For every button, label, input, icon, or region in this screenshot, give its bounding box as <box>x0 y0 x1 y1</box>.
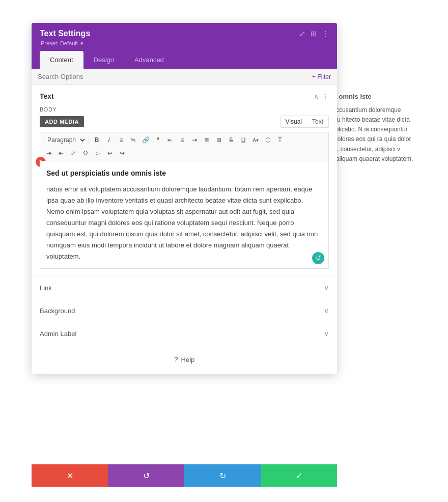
toolbar-italic[interactable]: I <box>103 134 115 146</box>
toolbar-row2: ⇥ ⇤ ⤢ Ω ☺ ↩ ↪ <box>43 148 325 159</box>
toolbar-special-chars[interactable]: Ω <box>80 148 91 159</box>
background-chevron-icon: ∨ <box>324 306 329 315</box>
bottom-bar: ✕ ↺ ↻ ✓ <box>32 464 337 487</box>
tab-advanced[interactable]: Advanced <box>124 51 174 69</box>
toolbar-ul[interactable]: ≡ <box>116 134 127 146</box>
background-section[interactable]: Background ∨ <box>32 299 337 322</box>
toolbar-strikethrough[interactable]: S̶ <box>226 134 237 146</box>
text-section-title: Text <box>40 92 54 100</box>
cancel-button[interactable]: ✕ <box>32 464 108 487</box>
preset-arrow: ▾ <box>80 40 83 46</box>
save-icon: ✓ <box>296 471 302 481</box>
filter-label: + Filter <box>312 73 331 80</box>
text-settings-panel: Text Settings ⤢ ⊞ ⋮ Preset: Default ▾ Co… <box>32 23 337 374</box>
search-input[interactable] <box>38 73 312 80</box>
toolbar-redo[interactable]: ↪ <box>117 148 128 159</box>
toggle-text-button[interactable]: Text <box>307 116 328 127</box>
toolbar-justify[interactable]: ≣ <box>201 134 212 146</box>
panel-preset[interactable]: Preset: Default ▾ <box>40 40 329 47</box>
editor-toolbar: Paragraph Heading 1 Heading 2 Heading 3 … <box>40 132 329 161</box>
text-section: Text ∧ ⋮ Body ADD MEDIA Visual Text Para… <box>32 85 337 276</box>
grid-icon[interactable]: ⊞ <box>311 30 317 38</box>
filter-button[interactable]: + Filter <box>312 73 331 80</box>
panel-header-icons: ⤢ ⊞ ⋮ <box>299 30 329 38</box>
editor-area[interactable]: Sed ut perspiciatis unde omnis iste natu… <box>40 161 329 269</box>
panel-title: Text Settings <box>40 29 90 38</box>
toolbar-bold[interactable]: B <box>91 134 102 146</box>
link-section-title: Link <box>40 284 52 292</box>
toolbar-format[interactable]: ⬡ <box>262 134 273 146</box>
editor-body: natus error sit voluptatem accusantium d… <box>46 184 322 263</box>
toolbar-align-center[interactable]: ≡ <box>177 134 188 146</box>
preset-label: Preset: Default <box>41 40 78 46</box>
toolbar-link[interactable]: 🔗 <box>140 134 151 146</box>
background-section-title: Background <box>40 307 75 315</box>
link-chevron-icon: ∨ <box>324 284 329 292</box>
toolbar-outdent[interactable]: ⇤ <box>55 148 67 159</box>
admin-label-chevron-icon: ∨ <box>324 329 329 338</box>
toolbar-separator-1 <box>89 136 89 144</box>
help-label[interactable]: Help <box>181 356 195 364</box>
toolbar-undo[interactable]: ↩ <box>104 148 116 159</box>
tab-content[interactable]: Content <box>40 51 83 69</box>
panel-header-top: Text Settings ⤢ ⊞ ⋮ <box>40 29 329 38</box>
tab-design[interactable]: Design <box>83 51 124 69</box>
help-icon: ? <box>174 355 178 364</box>
link-section[interactable]: Link ∨ <box>32 276 337 299</box>
admin-label-section[interactable]: Admin Label ∨ <box>32 322 337 345</box>
tab-bar: Content Design Advanced <box>40 51 329 69</box>
toolbar-underline[interactable]: U <box>238 134 249 146</box>
visual-text-toggle: Visual Text <box>280 116 329 128</box>
editor-controls: ADD MEDIA Visual Text <box>40 116 329 128</box>
toolbar-extra[interactable]: T <box>274 134 286 146</box>
toolbar-indent[interactable]: ⇥ <box>43 148 54 159</box>
toolbar-emoji[interactable]: ☺ <box>92 148 103 159</box>
panel-header: Text Settings ⤢ ⊞ ⋮ Preset: Default ▾ Co… <box>32 23 337 69</box>
toolbar-align-right[interactable]: ⇥ <box>189 134 200 146</box>
editor-wrapper: 1 Sed ut perspiciatis unde omnis iste na… <box>40 161 329 269</box>
toolbar-color[interactable]: A▾ <box>250 134 261 146</box>
toolbar-align-left[interactable]: ⇤ <box>164 134 176 146</box>
more-icon[interactable]: ⋮ <box>322 30 329 38</box>
body-label: Body <box>40 106 329 113</box>
cancel-icon: ✕ <box>67 471 73 481</box>
refresh-icon[interactable]: ↺ <box>312 252 324 264</box>
search-bar: + Filter <box>32 69 337 85</box>
toolbar-blockquote[interactable]: ❝ <box>152 134 163 146</box>
editor-heading: Sed ut perspiciatis unde omnis iste <box>46 168 322 180</box>
undo-icon: ↺ <box>143 471 150 481</box>
redo-button[interactable]: ↻ <box>184 464 261 487</box>
text-section-header: Text ∧ ⋮ <box>40 92 329 100</box>
expand-icon[interactable]: ⤢ <box>299 30 305 38</box>
redo-icon: ↻ <box>219 471 226 481</box>
section-header-icons: ∧ ⋮ <box>314 92 329 100</box>
toolbar-fullscreen[interactable]: ⤢ <box>68 148 79 159</box>
paragraph-select[interactable]: Paragraph Heading 1 Heading 2 Heading 3 <box>43 135 87 145</box>
section-options-icon[interactable]: ⋮ <box>322 92 329 100</box>
panel-body: Text ∧ ⋮ Body ADD MEDIA Visual Text Para… <box>32 85 337 374</box>
admin-label-section-title: Admin Label <box>40 330 76 338</box>
add-media-button[interactable]: ADD MEDIA <box>40 116 84 127</box>
toolbar-table[interactable]: ⊞ <box>213 134 225 146</box>
toolbar-ol[interactable]: ≒ <box>128 134 139 146</box>
toggle-visual-button[interactable]: Visual <box>281 116 307 127</box>
save-button[interactable]: ✓ <box>261 464 337 487</box>
section-collapse-icon[interactable]: ∧ <box>314 92 319 100</box>
undo-button[interactable]: ↺ <box>108 464 184 487</box>
help-section: ? Help <box>32 345 337 374</box>
